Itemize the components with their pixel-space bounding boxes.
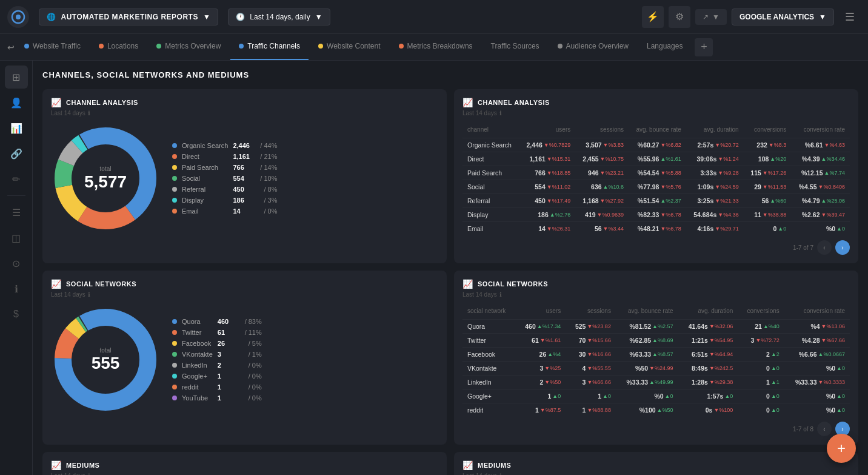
channel-data-table: channel users sessions avg. bounce rate …: [462, 124, 850, 235]
table-row: Direct 1,161 ▼%15.31 2,455 ▼%10.75 %55.9…: [462, 152, 850, 166]
main-layout: ⊞ 👤 📊 🔗 ✏ ☰ ◫ ⊙ ℹ $ CHANNELS, SOCIAL NET…: [0, 61, 868, 475]
legend-referral: Referral 450 / 8%: [172, 186, 277, 193]
hamburger-menu[interactable]: ☰: [839, 6, 861, 28]
dropdown-arrow-icon2: ▼: [315, 13, 322, 21]
social-pagination: 1-7 of 8 ‹ ›: [462, 417, 850, 436]
lightning-icon-button[interactable]: ⚙: [669, 6, 690, 28]
channel-legend: Organic Search 2,446 / 44% Direct 1,161 …: [172, 142, 277, 215]
legend-dot-social: [172, 176, 177, 181]
channel-donut-header: 📈 CHANNEL ANALYSIS: [51, 98, 438, 107]
channel-donut-label: total 5,577: [84, 166, 127, 192]
social-donut-label: total 555: [92, 347, 120, 373]
sidebar-item-user2[interactable]: ⊙: [5, 252, 28, 275]
sidebar-item-users[interactable]: 👤: [5, 91, 28, 114]
table-row: Email 14 ▼%26.31 56 ▼%3.44 %48.21 ▼%6.78…: [462, 222, 850, 236]
globe-icon: 🌐: [47, 13, 56, 21]
table-row: Referral 450 ▼%17.49 1,168 ▼%27.92 %51.5…: [462, 194, 850, 208]
table-row: VKontakte 3 ▼%25 4 ▼%55.55 %50 ▼%24.99 8…: [462, 362, 850, 376]
social-donut-chart: total 555: [51, 305, 160, 414]
mediums-right-header: 📈 MEDIUMS: [462, 460, 850, 470]
mediums-right-icon: 📈: [462, 460, 473, 470]
mediums-left-header: 📈 MEDIUMS: [51, 460, 438, 470]
share-icon: ↗: [703, 13, 709, 21]
legend-dot-organic: [172, 143, 177, 148]
tab-metrics-overview[interactable]: Metrics Overview: [148, 34, 229, 61]
svg-point-1: [16, 15, 21, 19]
social-networks-row: 📈 SOCIAL NETWORKS Last 14 days ℹ: [42, 271, 858, 445]
sidebar-item-dollar[interactable]: $: [5, 303, 28, 326]
social-donut-title: SOCIAL NETWORKS: [66, 280, 136, 288]
sidebar: ⊞ 👤 📊 🔗 ✏ ☰ ◫ ⊙ ℹ $: [0, 61, 33, 475]
sidebar-item-link[interactable]: 🔗: [5, 142, 28, 165]
channel-analysis-row: 📈 CHANNEL ANALYSIS Last 14 days ℹ: [42, 89, 858, 263]
table-row: Display 186 ▲%2.76 419 ▼%0.9639 %82.33 ▼…: [462, 208, 850, 222]
channel-pagination: 1-7 of 7 ‹ ›: [462, 235, 850, 255]
social-table-icon: 📈: [462, 279, 473, 289]
legend-twitter: Twitter 61 / 11%: [172, 329, 262, 336]
sidebar-item-layers[interactable]: ◫: [5, 226, 28, 249]
legend-dot-email: [172, 209, 177, 214]
sidebar-item-info[interactable]: ℹ: [5, 277, 28, 300]
tab-languages[interactable]: Languages: [638, 34, 691, 61]
mediums-row: 📈 MEDIUMS Last 14 days ℹ 📈 MEDIUMS Last …: [42, 452, 858, 475]
tab-metrics-breakdowns[interactable]: Metrics Breakdowns: [390, 34, 481, 61]
social-prev-btn[interactable]: ‹: [817, 422, 832, 436]
legend-display: Display 186 / 3%: [172, 197, 277, 204]
sidebar-item-chart[interactable]: 📊: [5, 116, 28, 140]
legend-organic: Organic Search 2,446 / 44%: [172, 142, 277, 149]
sidebar-divider: [7, 195, 25, 196]
channel-table-title: CHANNEL ANALYSIS: [478, 99, 550, 106]
legend-social: Social 554 / 10%: [172, 175, 277, 182]
social-table-panel: 📈 SOCIAL NETWORKS Last 14 days ℹ social …: [454, 271, 858, 445]
channel-next-btn[interactable]: ›: [835, 240, 850, 255]
table-row: Google+ 1 ▲0 1 ▲0 %0 ▲0 1:57s ▲0 0 ▲0 %0…: [462, 389, 850, 403]
legend-linkedin: LinkedIn 2 / 0%: [172, 362, 262, 369]
social-table-title: SOCIAL NETWORKS: [478, 280, 548, 288]
channel-prev-btn[interactable]: ‹: [817, 240, 832, 255]
page-title: CHANNELS, SOCIAL NETWORKS AND MEDIUMS: [42, 70, 858, 79]
social-data-table: social network users sessions avg. bounc…: [462, 305, 850, 417]
topbar: 🌐 AUTOMATED MARKETING REPORTS ▼ 🕐 Last 1…: [0, 0, 868, 34]
main-content: CHANNELS, SOCIAL NETWORKS AND MEDIUMS 📈 …: [33, 61, 868, 475]
date-range-label: Last 14 days, daily: [250, 13, 310, 21]
social-table-header: 📈 SOCIAL NETWORKS: [462, 279, 850, 289]
mediums-right-subtitle: Last 14 days ℹ: [462, 473, 850, 475]
fab-add-button[interactable]: +: [827, 434, 856, 463]
tab-traffic-channels[interactable]: Traffic Channels: [230, 34, 309, 61]
ga-selector[interactable]: GOOGLE ANALYTICS ▼: [732, 8, 834, 25]
sidebar-item-grid[interactable]: ⊞: [5, 66, 28, 89]
social-icon: 📈: [51, 279, 61, 289]
social-donut-header: 📈 SOCIAL NETWORKS: [51, 279, 438, 289]
report-selector[interactable]: 🌐 AUTOMATED MARKETING REPORTS ▼: [39, 8, 218, 25]
ga-name: GOOGLE ANALYTICS: [739, 13, 814, 21]
social-donut-area: total 555 Quora 460 / 83%: [51, 305, 438, 414]
tab-website-content[interactable]: Website Content: [310, 34, 389, 61]
share-button[interactable]: ↗ ▼: [695, 9, 727, 25]
sidebar-item-list[interactable]: ☰: [5, 201, 28, 224]
legend-dot-paid: [172, 165, 177, 170]
ga-dropdown-icon: ▼: [819, 13, 826, 21]
legend-dot-referral: [172, 187, 177, 192]
add-tab-button[interactable]: +: [695, 38, 713, 56]
tab-website-traffic[interactable]: Website Traffic: [16, 34, 89, 61]
fire-icon-button[interactable]: ⚡: [642, 6, 664, 28]
legend-direct: Direct 1,161 / 21%: [172, 153, 277, 160]
legend-dot-direct: [172, 154, 177, 159]
legend-dot-display: [172, 198, 177, 203]
tab-audience-overview[interactable]: Audience Overview: [549, 34, 637, 61]
tab-locations[interactable]: Locations: [90, 34, 147, 61]
mediums-left-subtitle: Last 14 days ℹ: [51, 473, 438, 475]
tab-traffic-sources[interactable]: Traffic Sources: [482, 34, 548, 61]
channel-donut-subtitle: Last 14 days ℹ: [51, 110, 438, 116]
legend-reddit: reddit 1 / 0%: [172, 383, 262, 391]
sidebar-item-pencil[interactable]: ✏: [5, 167, 28, 190]
channel-table-panel: 📈 CHANNEL ANALYSIS Last 14 days ℹ channe…: [454, 89, 858, 263]
table-row: LinkedIn 2 ▼%50 3 ▼%66.66 %33.33 ▲%49.99…: [462, 376, 850, 389]
share-dropdown-icon: ▼: [712, 13, 719, 21]
social-donut-panel: 📈 SOCIAL NETWORKS Last 14 days ℹ: [42, 271, 447, 445]
social-legend: Quora 460 / 83% Twitter 61 / 11% F: [172, 318, 262, 402]
legend-googleplus: Google+ 1 / 0%: [172, 372, 262, 380]
dropdown-arrow-icon: ▼: [203, 13, 210, 21]
date-range-selector[interactable]: 🕐 Last 14 days, daily ▼: [228, 8, 330, 25]
legend-facebook: Facebook 26 / 5%: [172, 340, 262, 347]
